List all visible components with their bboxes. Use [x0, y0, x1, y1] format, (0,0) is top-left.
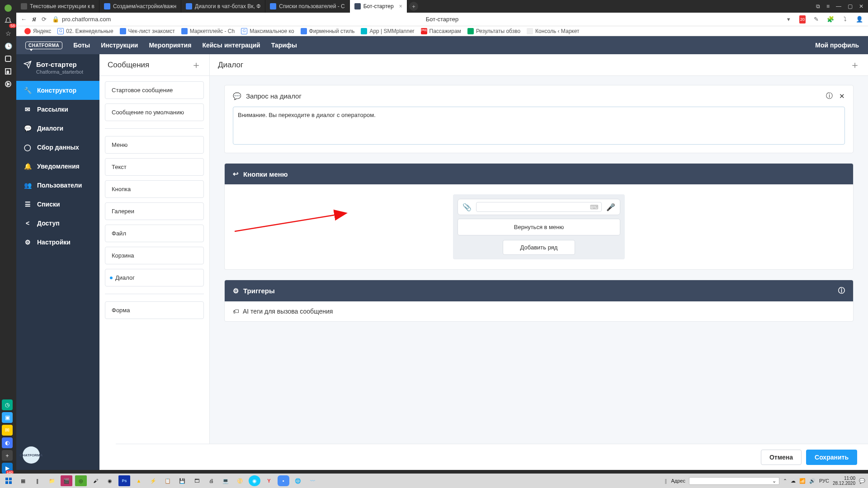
avatar-icon[interactable]: [4, 4, 13, 13]
bookmark-item[interactable]: рждПассажирам: [421, 28, 461, 34]
close-icon[interactable]: ×: [399, 3, 402, 9]
taskbar-app[interactable]: 🖌: [90, 475, 101, 486]
tab-5-active[interactable]: Бот-стартер×: [350, 0, 407, 13]
tray-up-icon[interactable]: ⌃: [783, 478, 787, 484]
taskbar-app[interactable]: 💻: [220, 475, 231, 486]
taskbar-app[interactable]: 💾: [176, 475, 188, 486]
message-item[interactable]: Файл: [105, 225, 204, 242]
tab-2[interactable]: Создаем/настройки/важн: [99, 0, 181, 13]
tab-1[interactable]: Текстовые инструкции к в: [16, 0, 99, 13]
notifications-icon[interactable]: [4, 16, 13, 25]
taskbar-app[interactable]: 〰: [307, 475, 318, 486]
message-item[interactable]: Корзина: [105, 247, 204, 264]
bookmark-item[interactable]: Фирменный стиль: [301, 28, 355, 34]
downloads-icon[interactable]: s: [4, 67, 13, 76]
add-message-button[interactable]: ＋: [191, 58, 201, 72]
tray-volume-icon[interactable]: 🔊: [809, 478, 816, 484]
edit-icon[interactable]: ✎: [812, 15, 820, 23]
nav-bots[interactable]: Боты: [73, 42, 90, 49]
nav-tariffs[interactable]: Тарифы: [271, 42, 297, 49]
taskbar-app[interactable]: 🗔: [191, 475, 203, 486]
tray-lang[interactable]: РУС: [819, 478, 829, 483]
menu-button-return[interactable]: Вернуться в меню: [458, 219, 620, 235]
bookmark-item[interactable]: Результаты обзво: [467, 28, 520, 34]
close-icon[interactable]: ✕: [839, 92, 845, 100]
bookmark-item[interactable]: GМаксимальное ко: [241, 28, 294, 34]
bookmark-item[interactable]: G02. Еженедельные: [57, 28, 113, 34]
play-icon[interactable]: [4, 80, 13, 89]
sidebar-item-lists[interactable]: ☰Списки: [16, 195, 99, 214]
reload-icon[interactable]: ⟳: [42, 16, 47, 23]
start-button[interactable]: [3, 475, 14, 486]
tab-4[interactable]: Списки пользователей - С: [265, 0, 349, 13]
star-icon[interactable]: ☆: [4, 29, 13, 38]
extensions-icon[interactable]: 🧩: [826, 15, 835, 23]
bot-header[interactable]: Бот-стартерChatforma_starterbot: [16, 54, 99, 81]
bookmark-item[interactable]: Маркетплейс - Ch: [181, 28, 235, 34]
bookmark-item[interactable]: Консоль ‹ Маркет: [527, 28, 579, 34]
bookmark-item[interactable]: Чек-лист знакомст: [120, 28, 175, 34]
add-tile-icon[interactable]: ＋: [2, 450, 13, 461]
photoshop-icon[interactable]: Ps: [118, 475, 130, 486]
sidebar-item-notifications[interactable]: 🔔Уведомления: [16, 157, 99, 176]
sidebar-item-mailing[interactable]: ✉Рассылки: [16, 100, 99, 119]
mock-text-field[interactable]: ⌨: [476, 202, 602, 212]
taskbar-app[interactable]: ◎: [75, 475, 87, 486]
attach-icon[interactable]: 📎: [462, 203, 472, 211]
taskbar-app[interactable]: 🌐: [292, 475, 304, 486]
url-field[interactable]: 🔒pro.chatforma.com: [52, 16, 111, 23]
steam-icon[interactable]: ◉: [104, 475, 116, 486]
taskbar-app[interactable]: ▲: [133, 475, 145, 486]
info-icon[interactable]: ⓘ: [826, 92, 833, 100]
nav-instructions[interactable]: Инструкции: [101, 42, 138, 49]
message-item[interactable]: Галереи: [105, 202, 204, 220]
screenshot-icon[interactable]: ⧉: [816, 3, 820, 9]
add-block-button[interactable]: ＋: [850, 58, 860, 72]
app-tile-4[interactable]: ◐: [2, 437, 13, 448]
taskbar-app[interactable]: ‖: [32, 475, 43, 486]
tray-cloud-icon[interactable]: ☁: [791, 478, 796, 484]
message-item[interactable]: Форма: [105, 301, 204, 319]
logo[interactable]: CHATFORMA: [25, 42, 62, 49]
nav-profile[interactable]: Мой профиль: [815, 42, 859, 49]
app-tile-mail[interactable]: ✉: [2, 425, 13, 436]
add-row-button[interactable]: Добавить ряд: [503, 240, 575, 255]
info-icon[interactable]: ⓘ: [838, 286, 845, 295]
sidebar-item-dialogs[interactable]: 💬Диалоги: [16, 119, 99, 138]
taskbar-app[interactable]: 📀: [234, 475, 246, 486]
taskbar-app[interactable]: 🖨: [205, 475, 217, 486]
collections-icon[interactable]: [4, 54, 13, 63]
home-icon[interactable]: Я: [32, 16, 36, 23]
calendar-icon[interactable]: 20: [799, 15, 806, 23]
message-item[interactable]: Кнопка: [105, 180, 204, 198]
nav-cases[interactable]: Кейсы интеграций: [202, 42, 260, 49]
sidebar-avatar[interactable]: CHATFORMA: [16, 440, 99, 470]
sidebar-item-users[interactable]: 👥Пользователи: [16, 176, 99, 195]
explorer-icon[interactable]: 📁: [46, 475, 58, 486]
menu-icon[interactable]: ≡: [826, 3, 830, 9]
message-item[interactable]: Сообщение по умолчанию: [105, 103, 204, 121]
minimize-icon[interactable]: —: [836, 3, 841, 9]
taskbar-app[interactable]: ◉: [249, 475, 260, 486]
tray-wifi-icon[interactable]: 📶: [799, 478, 806, 484]
cancel-button[interactable]: Отмена: [761, 450, 802, 465]
message-item[interactable]: Стартовое сообщение: [105, 81, 204, 99]
sidebar-item-access[interactable]: <Доступ: [16, 214, 99, 233]
zoom-icon[interactable]: ▪: [278, 475, 289, 486]
taskbar-app[interactable]: 🎬: [61, 475, 72, 486]
sidebar-item-data[interactable]: ◯Сбор данных: [16, 138, 99, 157]
profile-icon[interactable]: 👤: [855, 15, 863, 23]
task-view-icon[interactable]: ▦: [17, 475, 29, 486]
message-item[interactable]: Меню: [105, 136, 204, 154]
app-tile-6[interactable]: ▶140: [2, 463, 13, 474]
tab-3[interactable]: Диалоги в чат-ботах Вк, Ф: [181, 0, 265, 13]
save-button[interactable]: Сохранить: [806, 450, 857, 465]
message-item[interactable]: Текст: [105, 158, 204, 176]
mic-icon[interactable]: 🎤: [606, 203, 615, 211]
tray-notifications-icon[interactable]: 💬: [859, 478, 865, 484]
tray-clock[interactable]: 11:0028.12.2020: [833, 476, 855, 486]
nav-events[interactable]: Мероприятия: [149, 42, 191, 49]
request-textarea[interactable]: Внимание. Вы переходите в диалог с опера…: [233, 107, 845, 145]
bookmark-item[interactable]: App | SMMplanner: [361, 28, 414, 34]
sidebar-item-constructor[interactable]: 🔧Конструктор: [16, 81, 99, 100]
